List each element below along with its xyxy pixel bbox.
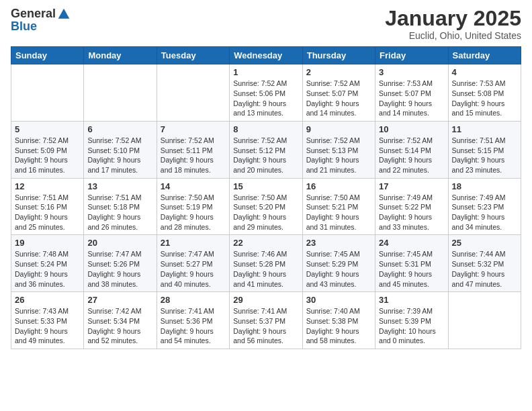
weekday-header-thursday: Thursday	[302, 47, 375, 64]
calendar-cell	[84, 64, 157, 122]
calendar-cell: 18Sunrise: 7:49 AMSunset: 5:23 PMDayligh…	[448, 178, 521, 235]
day-number: 29	[233, 295, 298, 305]
day-number: 5	[15, 124, 80, 134]
day-info: Sunrise: 7:52 AMSunset: 5:09 PMDaylight:…	[15, 136, 80, 175]
day-info: Sunrise: 7:46 AMSunset: 5:28 PMDaylight:…	[233, 249, 298, 289]
day-number: 13	[87, 181, 152, 191]
title-block: January 2025 Euclid, Ohio, United States	[385, 7, 521, 41]
day-info: Sunrise: 7:52 AMSunset: 5:06 PMDaylight:…	[233, 79, 298, 118]
header: General Blue January 2025 Euclid, Ohio, …	[11, 7, 521, 41]
calendar-cell: 12Sunrise: 7:51 AMSunset: 5:16 PMDayligh…	[11, 178, 84, 235]
day-number: 10	[379, 124, 444, 134]
day-info: Sunrise: 7:52 AMSunset: 5:13 PMDaylight:…	[306, 136, 371, 175]
logo-blue-text: Blue	[11, 19, 37, 33]
day-number: 1	[233, 67, 298, 77]
day-number: 15	[233, 181, 298, 191]
logo: General Blue	[11, 7, 71, 34]
day-number: 26	[15, 295, 80, 305]
calendar-cell: 22Sunrise: 7:46 AMSunset: 5:28 PMDayligh…	[230, 235, 302, 292]
calendar-cell: 23Sunrise: 7:45 AMSunset: 5:29 PMDayligh…	[302, 235, 375, 292]
day-info: Sunrise: 7:47 AMSunset: 5:27 PMDaylight:…	[161, 249, 226, 289]
day-number: 19	[15, 238, 80, 248]
day-info: Sunrise: 7:42 AMSunset: 5:34 PMDaylight:…	[87, 306, 152, 346]
day-number: 22	[233, 238, 298, 248]
day-info: Sunrise: 7:41 AMSunset: 5:36 PMDaylight:…	[161, 306, 226, 346]
day-number: 24	[379, 238, 444, 248]
day-info: Sunrise: 7:52 AMSunset: 5:11 PMDaylight:…	[161, 136, 226, 175]
day-info: Sunrise: 7:50 AMSunset: 5:19 PMDaylight:…	[161, 193, 226, 232]
day-info: Sunrise: 7:53 AMSunset: 5:07 PMDaylight:…	[379, 79, 444, 118]
calendar-cell: 28Sunrise: 7:41 AMSunset: 5:36 PMDayligh…	[157, 292, 229, 349]
day-info: Sunrise: 7:44 AMSunset: 5:32 PMDaylight:…	[452, 249, 517, 289]
weekday-header-monday: Monday	[84, 47, 157, 64]
day-info: Sunrise: 7:52 AMSunset: 5:14 PMDaylight:…	[379, 136, 444, 175]
day-info: Sunrise: 7:49 AMSunset: 5:23 PMDaylight:…	[452, 193, 517, 232]
day-number: 16	[306, 181, 371, 191]
week-row-3: 12Sunrise: 7:51 AMSunset: 5:16 PMDayligh…	[11, 178, 521, 235]
day-info: Sunrise: 7:51 AMSunset: 5:15 PMDaylight:…	[452, 136, 517, 175]
week-row-2: 5Sunrise: 7:52 AMSunset: 5:09 PMDaylight…	[11, 121, 521, 178]
day-info: Sunrise: 7:51 AMSunset: 5:16 PMDaylight:…	[15, 193, 80, 232]
day-info: Sunrise: 7:41 AMSunset: 5:37 PMDaylight:…	[233, 306, 298, 346]
calendar-cell	[157, 64, 229, 122]
day-number: 31	[379, 295, 444, 305]
day-number: 27	[87, 295, 152, 305]
calendar-cell: 17Sunrise: 7:49 AMSunset: 5:22 PMDayligh…	[375, 178, 448, 235]
day-number: 7	[161, 124, 226, 134]
day-number: 25	[452, 238, 517, 248]
weekday-header-sunday: Sunday	[11, 47, 84, 64]
day-info: Sunrise: 7:45 AMSunset: 5:31 PMDaylight:…	[379, 249, 444, 289]
day-info: Sunrise: 7:52 AMSunset: 5:10 PMDaylight:…	[87, 136, 152, 175]
location: Euclid, Ohio, United States	[385, 30, 521, 41]
calendar-cell: 9Sunrise: 7:52 AMSunset: 5:13 PMDaylight…	[302, 121, 375, 178]
day-number: 17	[379, 181, 444, 191]
calendar-table: SundayMondayTuesdayWednesdayThursdayFrid…	[11, 46, 521, 349]
day-number: 23	[306, 238, 371, 248]
weekday-header-friday: Friday	[375, 47, 448, 64]
day-number: 21	[161, 238, 226, 248]
calendar-cell: 29Sunrise: 7:41 AMSunset: 5:37 PMDayligh…	[230, 292, 302, 349]
calendar-cell: 8Sunrise: 7:52 AMSunset: 5:12 PMDaylight…	[230, 121, 302, 178]
calendar-cell: 11Sunrise: 7:51 AMSunset: 5:15 PMDayligh…	[448, 121, 521, 178]
day-info: Sunrise: 7:52 AMSunset: 5:07 PMDaylight:…	[306, 79, 371, 118]
calendar-cell: 26Sunrise: 7:43 AMSunset: 5:33 PMDayligh…	[11, 292, 84, 349]
day-number: 8	[233, 124, 298, 134]
weekday-header-wednesday: Wednesday	[230, 47, 302, 64]
day-number: 9	[306, 124, 371, 134]
calendar-cell: 5Sunrise: 7:52 AMSunset: 5:09 PMDaylight…	[11, 121, 84, 178]
day-info: Sunrise: 7:47 AMSunset: 5:26 PMDaylight:…	[87, 249, 152, 289]
calendar-cell: 3Sunrise: 7:53 AMSunset: 5:07 PMDaylight…	[375, 64, 448, 122]
day-number: 12	[15, 181, 80, 191]
calendar-cell: 27Sunrise: 7:42 AMSunset: 5:34 PMDayligh…	[84, 292, 157, 349]
day-number: 3	[379, 67, 444, 77]
calendar-cell: 30Sunrise: 7:40 AMSunset: 5:38 PMDayligh…	[302, 292, 375, 349]
day-number: 4	[452, 67, 517, 77]
day-number: 20	[87, 238, 152, 248]
calendar-cell: 15Sunrise: 7:50 AMSunset: 5:20 PMDayligh…	[230, 178, 302, 235]
calendar-cell: 2Sunrise: 7:52 AMSunset: 5:07 PMDaylight…	[302, 64, 375, 122]
day-number: 18	[452, 181, 517, 191]
week-row-5: 26Sunrise: 7:43 AMSunset: 5:33 PMDayligh…	[11, 292, 521, 349]
calendar-cell: 31Sunrise: 7:39 AMSunset: 5:39 PMDayligh…	[375, 292, 448, 349]
day-number: 6	[87, 124, 152, 134]
day-info: Sunrise: 7:50 AMSunset: 5:20 PMDaylight:…	[233, 193, 298, 232]
calendar-cell: 1Sunrise: 7:52 AMSunset: 5:06 PMDaylight…	[230, 64, 302, 122]
calendar-cell: 6Sunrise: 7:52 AMSunset: 5:10 PMDaylight…	[84, 121, 157, 178]
month-title: January 2025	[385, 7, 521, 30]
day-number: 11	[452, 124, 517, 134]
logo-icon	[57, 7, 71, 21]
calendar-cell: 25Sunrise: 7:44 AMSunset: 5:32 PMDayligh…	[448, 235, 521, 292]
day-info: Sunrise: 7:53 AMSunset: 5:08 PMDaylight:…	[452, 79, 517, 118]
weekday-header-row: SundayMondayTuesdayWednesdayThursdayFrid…	[11, 47, 521, 64]
calendar-cell	[11, 64, 84, 122]
calendar-cell: 21Sunrise: 7:47 AMSunset: 5:27 PMDayligh…	[157, 235, 229, 292]
calendar-cell	[448, 292, 521, 349]
day-info: Sunrise: 7:43 AMSunset: 5:33 PMDaylight:…	[15, 306, 80, 346]
day-info: Sunrise: 7:39 AMSunset: 5:39 PMDaylight:…	[379, 306, 444, 346]
calendar-cell: 13Sunrise: 7:51 AMSunset: 5:18 PMDayligh…	[84, 178, 157, 235]
day-info: Sunrise: 7:40 AMSunset: 5:38 PMDaylight:…	[306, 306, 371, 346]
day-info: Sunrise: 7:45 AMSunset: 5:29 PMDaylight:…	[306, 249, 371, 289]
calendar-cell: 7Sunrise: 7:52 AMSunset: 5:11 PMDaylight…	[157, 121, 229, 178]
calendar-cell: 19Sunrise: 7:48 AMSunset: 5:24 PMDayligh…	[11, 235, 84, 292]
day-info: Sunrise: 7:50 AMSunset: 5:21 PMDaylight:…	[306, 193, 371, 232]
